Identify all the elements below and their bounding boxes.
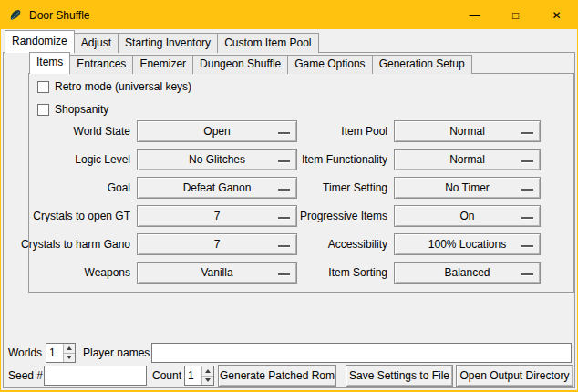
tab-custom-item-pool[interactable]: Custom Item Pool — [217, 33, 318, 53]
count-label: Count — [152, 366, 181, 386]
accessibility-dropdown[interactable]: 100% Locations — [394, 233, 541, 255]
retro-mode-label: Retro mode (universal keys) — [55, 80, 191, 93]
generate-patched-rom-button[interactable]: Generate Patched Rom — [218, 365, 336, 387]
dropdown-indicator-icon — [278, 273, 290, 275]
item-functionality-value: Normal — [449, 153, 485, 166]
tab-randomize[interactable]: Randomize — [5, 30, 75, 53]
goal-value: Defeat Ganon — [183, 181, 252, 194]
save-settings-button[interactable]: Save Settings to File — [346, 365, 453, 387]
retro-mode-row: Retro mode (universal keys) — [37, 78, 191, 95]
world-state-label: World State — [21, 125, 130, 138]
dropdown-indicator-icon — [278, 217, 290, 219]
goal-dropdown[interactable]: Defeat Ganon — [137, 177, 297, 199]
tab-enemizer[interactable]: Enemizer — [132, 55, 193, 74]
accessibility-value: 100% Locations — [428, 238, 506, 251]
item-pool-dropdown[interactable]: Normal — [394, 120, 541, 142]
dropdown-indicator-icon — [521, 160, 533, 162]
retro-mode-checkbox[interactable] — [37, 81, 49, 93]
window-title: Door Shuffle — [29, 9, 90, 22]
item-sorting-label: Item Sorting — [293, 266, 387, 279]
dropdown-indicator-icon — [278, 189, 290, 191]
world-state-dropdown[interactable]: Open — [137, 120, 297, 142]
maximize-button[interactable]: □ — [495, 1, 536, 29]
shopsanity-label: Shopsanity — [55, 103, 108, 116]
close-button[interactable]: ✕ — [536, 1, 577, 29]
dropdown-indicator-icon — [278, 160, 290, 162]
spin-down-button[interactable] — [202, 376, 213, 386]
crystals-ganon-value: 7 — [214, 238, 221, 251]
open-output-directory-button[interactable]: Open Output Directory — [456, 365, 573, 387]
timer-setting-label: Timer Setting — [293, 181, 387, 194]
player-names-input[interactable] — [151, 343, 572, 363]
timer-setting-value: No Timer — [445, 181, 490, 194]
player-names-label: Player names — [83, 343, 150, 363]
weapons-label: Weapons — [21, 266, 130, 279]
spin-up-icon — [67, 346, 72, 350]
dropdown-indicator-icon — [521, 273, 533, 275]
progressive-items-dropdown[interactable]: On — [394, 205, 541, 227]
item-pool-label: Item Pool — [293, 125, 387, 138]
dropdown-indicator-icon — [278, 132, 290, 134]
minimize-button[interactable]: — — [454, 1, 495, 29]
weapons-value: Vanilla — [201, 266, 232, 279]
sub-tab-bar: Items Entrances Enemizer Dungeon Shuffle… — [29, 53, 472, 74]
close-icon: ✕ — [552, 9, 561, 22]
seed-label: Seed # — [8, 366, 43, 386]
worlds-input[interactable] — [46, 344, 63, 362]
spin-up-button[interactable] — [64, 344, 75, 353]
titlebar[interactable]: Door Shuffle — □ ✕ — [1, 1, 577, 29]
crystals-gt-dropdown[interactable]: 7 — [137, 205, 297, 227]
app-icon — [8, 8, 23, 23]
spin-down-icon — [205, 378, 211, 382]
crystals-ganon-dropdown[interactable]: 7 — [137, 233, 297, 255]
main-tab-bar: Randomize Adjust Starting Inventory Cust… — [5, 31, 319, 53]
tab-items[interactable]: Items — [29, 52, 70, 74]
world-state-value: Open — [203, 125, 230, 138]
dropdown-indicator-icon — [278, 245, 290, 247]
tab-starting-inventory[interactable]: Starting Inventory — [118, 33, 218, 53]
dropdown-indicator-icon — [521, 132, 533, 134]
goal-label: Goal — [21, 181, 130, 194]
accessibility-label: Accessibility — [293, 238, 387, 251]
crystals-gt-label: Crystals to open GT — [21, 210, 130, 222]
seed-input[interactable] — [44, 366, 147, 386]
count-spinner[interactable] — [184, 366, 214, 386]
maximize-icon: □ — [512, 9, 519, 22]
count-input[interactable] — [185, 366, 201, 385]
tab-entrances[interactable]: Entrances — [69, 55, 133, 74]
minimize-icon: — — [470, 9, 480, 22]
worlds-label: Worlds — [8, 343, 42, 363]
logic-level-dropdown[interactable]: No Glitches — [137, 149, 297, 170]
spin-up-button[interactable] — [202, 366, 213, 376]
item-sorting-dropdown[interactable]: Balanced — [394, 262, 541, 284]
logic-level-label: Logic Level — [21, 153, 130, 166]
timer-setting-dropdown[interactable]: No Timer — [394, 177, 541, 199]
crystals-gt-value: 7 — [214, 210, 221, 222]
tab-generation-setup[interactable]: Generation Setup — [372, 55, 472, 74]
spin-down-icon — [67, 356, 72, 359]
window: Door Shuffle — □ ✕ Randomize Adjust Star… — [0, 0, 578, 392]
crystals-ganon-label: Crystals to harm Ganon — [21, 238, 130, 251]
tab-game-options[interactable]: Game Options — [287, 55, 372, 74]
spin-down-button[interactable] — [64, 353, 75, 363]
shopsanity-row: Shopsanity — [37, 101, 108, 118]
dropdown-indicator-icon — [521, 217, 533, 219]
tab-dungeon-shuffle[interactable]: Dungeon Shuffle — [192, 55, 288, 74]
item-functionality-label: Item Functionality — [293, 153, 387, 166]
item-sorting-value: Balanced — [444, 266, 490, 279]
weapons-dropdown[interactable]: Vanilla — [137, 262, 297, 284]
item-functionality-dropdown[interactable]: Normal — [394, 149, 541, 170]
progressive-items-label: Progressive Items — [293, 210, 387, 222]
spin-up-icon — [205, 369, 211, 373]
logic-level-value: No Glitches — [189, 153, 245, 166]
shopsanity-checkbox[interactable] — [37, 104, 49, 116]
dropdown-indicator-icon — [521, 245, 533, 247]
worlds-spinner[interactable] — [46, 343, 76, 363]
item-pool-value: Normal — [449, 125, 485, 138]
dropdown-indicator-icon — [521, 189, 533, 191]
tab-adjust[interactable]: Adjust — [74, 33, 119, 53]
progressive-items-value: On — [459, 210, 474, 222]
